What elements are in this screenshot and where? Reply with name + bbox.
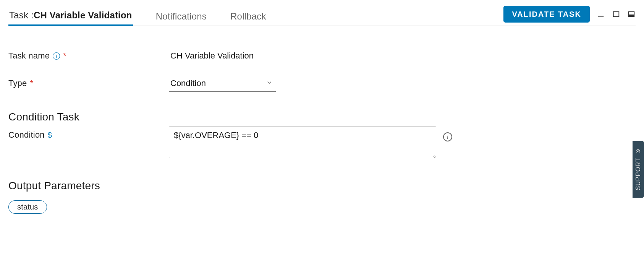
section-condition-task: Condition Task (8, 111, 636, 123)
dollar-icon[interactable]: $ (48, 131, 52, 140)
minimize-icon[interactable] (597, 10, 605, 18)
svg-rect-3 (629, 15, 634, 16)
tab-notifications[interactable]: Notifications (155, 12, 207, 26)
support-tab[interactable]: SUPPORT (633, 141, 644, 198)
type-label: Type * (8, 78, 169, 88)
tab-task-prefix: Task : (9, 10, 34, 20)
task-name-input[interactable] (169, 48, 406, 64)
chip-status[interactable]: status (8, 200, 47, 214)
required-marker: * (63, 51, 66, 61)
chevrons-icon (635, 147, 642, 154)
task-name-label-text: Task name (8, 51, 50, 61)
tab-task-title: CH Variable Validation (34, 10, 132, 20)
condition-label: Condition $ (8, 126, 169, 140)
dock-icon[interactable] (627, 10, 636, 18)
task-name-label: Task name i * (8, 51, 169, 61)
type-select[interactable] (169, 75, 276, 92)
validate-task-button[interactable]: VALIDATE TASK (503, 6, 590, 23)
tab-rollback[interactable]: Rollback (230, 12, 267, 26)
section-output-parameters: Output Parameters (8, 180, 636, 192)
tab-task[interactable]: Task :CH Variable Validation (8, 11, 133, 26)
support-label: SUPPORT (635, 158, 642, 190)
condition-label-text: Condition (8, 130, 45, 140)
task-form: Task name i * Type * Condition Task Cond… (8, 26, 636, 214)
svg-rect-1 (613, 12, 619, 17)
maximize-icon[interactable] (612, 10, 620, 18)
header-actions: VALIDATE TASK (503, 6, 636, 26)
info-icon[interactable]: i (443, 132, 452, 141)
type-label-text: Type (8, 78, 27, 88)
info-icon[interactable]: i (53, 52, 60, 60)
required-marker: * (30, 78, 34, 88)
tab-bar: Task :CH Variable Validation Notificatio… (8, 8, 636, 26)
condition-textarea[interactable] (169, 126, 436, 158)
